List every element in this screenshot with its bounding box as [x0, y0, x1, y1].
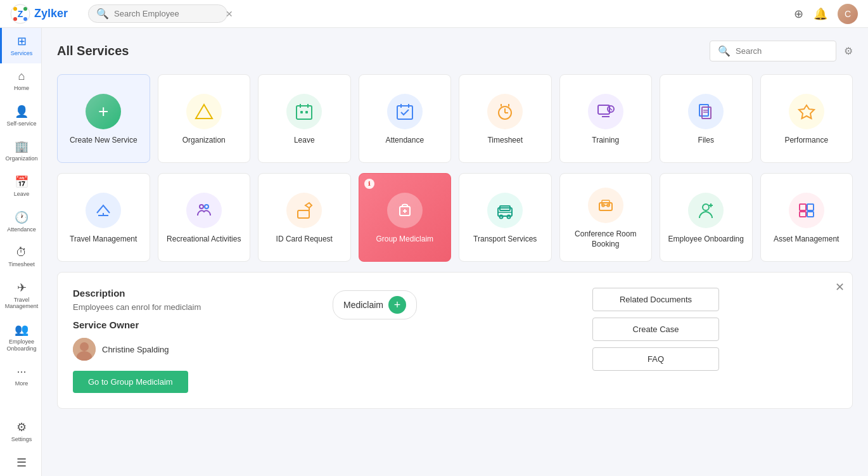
owner-section: Service Owner Christine Spalding: [73, 319, 317, 361]
sidebar-item-home[interactable]: ⌂ Home: [0, 63, 41, 98]
service-card-employee-onboarding[interactable]: Employee Onboarding: [660, 173, 753, 262]
sidebar-item-organization[interactable]: 🏢 Organization: [0, 133, 41, 169]
detail-column-2: Mediclaim +: [333, 288, 577, 393]
attendance-card-icon: [387, 94, 423, 129]
mediclaim-tag-text: Mediclaim: [343, 300, 383, 310]
sidebar-label-services: Services: [11, 50, 33, 57]
close-detail-button[interactable]: ✕: [835, 280, 845, 294]
sidebar-item-attendance[interactable]: 🕐 Attendance: [0, 204, 41, 240]
create-case-button[interactable]: Create Case: [592, 318, 719, 341]
asset-management-label: Asset Management: [774, 235, 839, 245]
home-icon: ⌂: [18, 70, 25, 83]
sidebar-item-employee-onboarding[interactable]: 👥 Employee Onboarding: [0, 316, 41, 359]
go-to-group-mediclaim-button[interactable]: Go to Group Mediclaim: [73, 371, 188, 393]
svg-rect-52: [807, 212, 814, 217]
sidebar-item-leave[interactable]: 📅 Leave: [0, 169, 41, 204]
svg-point-46: [703, 204, 709, 210]
owner-name: Christine Spalding: [102, 345, 169, 354]
sidebar-label-organization: Organization: [5, 155, 37, 162]
service-card-create-new[interactable]: + Create New Service: [57, 74, 150, 163]
self-service-icon: 👤: [15, 105, 29, 119]
sidebar-label-travel: Travel Management: [4, 297, 39, 311]
svg-point-4: [13, 17, 17, 21]
sidebar-label-timesheet: Timesheet: [8, 261, 35, 268]
service-card-attendance[interactable]: Attendance: [359, 74, 452, 163]
sidebar-label-attendance: Attendance: [7, 226, 36, 233]
more-icon: ···: [16, 365, 26, 378]
service-card-id-card[interactable]: ID Card Request: [258, 173, 351, 262]
service-card-leave[interactable]: Leave: [258, 74, 351, 163]
timesheet-card-icon: [487, 94, 523, 129]
svg-marker-6: [196, 105, 212, 119]
settings-gear-icon[interactable]: ⚙: [844, 45, 853, 57]
recreational-label: Recreational Activities: [167, 235, 241, 245]
sidebar-item-settings[interactable]: ⚙ Settings: [7, 414, 35, 449]
create-new-icon: +: [86, 94, 121, 129]
asset-management-card-icon: [789, 193, 824, 228]
service-card-performance[interactable]: Performance: [760, 74, 853, 163]
files-label: Files: [698, 136, 714, 146]
service-card-organization[interactable]: Organization: [158, 74, 251, 163]
sidebar-item-menu[interactable]: ☰: [7, 449, 35, 476]
service-card-travel-management[interactable]: Travel Management: [57, 173, 150, 262]
service-card-timesheet[interactable]: Timesheet: [459, 74, 552, 163]
sidebar-label-leave: Leave: [14, 191, 30, 198]
service-card-recreational[interactable]: Recreational Activities: [158, 173, 251, 262]
sidebar-item-services[interactable]: ⊞ Services: [0, 28, 41, 63]
clear-search-icon[interactable]: ✕: [226, 9, 233, 19]
faq-button[interactable]: FAQ: [592, 347, 719, 371]
notification-icon[interactable]: 🔔: [814, 7, 827, 21]
info-dot: ℹ: [364, 179, 374, 189]
id-card-label: ID Card Request: [276, 235, 333, 245]
files-card-icon: [688, 94, 724, 129]
sidebar-item-timesheet[interactable]: ⏱ Timesheet: [0, 240, 41, 274]
main-content: All Services 🔍 ⚙ + Create New Service: [42, 28, 868, 476]
service-card-asset-management[interactable]: Asset Management: [760, 173, 853, 262]
svg-rect-51: [800, 212, 806, 217]
svg-point-30: [200, 205, 203, 209]
service-card-files[interactable]: Files: [660, 74, 753, 163]
employee-search-bar[interactable]: 🔍 ✕: [88, 4, 227, 23]
service-owner-row: Christine Spalding: [73, 338, 317, 361]
group-mediclaim-label: Group Mediclaim: [376, 235, 433, 245]
header-search-bar[interactable]: 🔍: [710, 41, 836, 61]
header-search-input[interactable]: [736, 46, 842, 56]
sidebar-item-self-service[interactable]: 👤 Self-service: [0, 98, 41, 134]
svg-point-2: [13, 7, 17, 11]
leave-card-icon: [286, 94, 322, 129]
header-right: 🔍 ⚙: [710, 41, 853, 61]
user-avatar[interactable]: C: [838, 4, 858, 24]
svg-rect-7: [297, 106, 312, 119]
service-card-training[interactable]: Training: [559, 74, 653, 163]
related-documents-button[interactable]: Related Documents: [592, 288, 719, 311]
training-card-icon: [588, 94, 623, 129]
service-card-conference[interactable]: Conference Room Booking: [559, 173, 653, 262]
attendance-icon: 🕐: [15, 210, 29, 224]
sidebar-item-more[interactable]: ··· More: [0, 359, 41, 394]
add-mediclaim-button[interactable]: +: [388, 296, 406, 314]
service-card-group-mediclaim[interactable]: ℹ Group Mediclaim: [359, 173, 452, 262]
training-label: Training: [592, 136, 619, 146]
add-icon[interactable]: ⊕: [794, 7, 803, 21]
svg-text:Z: Z: [18, 9, 23, 19]
organization-card-icon: [186, 94, 222, 129]
description-text: Employees can enrol for mediclaim: [73, 302, 317, 312]
transport-card-icon: [487, 193, 523, 228]
services-icon: ⊞: [17, 34, 27, 48]
svg-rect-33: [298, 210, 309, 218]
svg-point-5: [23, 17, 27, 21]
group-mediclaim-card-icon: [387, 193, 423, 228]
employee-search-input[interactable]: [114, 9, 220, 18]
owner-title: Service Owner: [73, 319, 317, 330]
id-card-icon: [286, 193, 322, 228]
detail-panel: ✕ Description Employees can enrol for me…: [57, 272, 853, 409]
sidebar-label-settings: Settings: [11, 436, 32, 443]
sidebar: ⊞ Services ⌂ Home 👤 Self-service 🏢 Organ…: [0, 0, 42, 476]
organization-icon: 🏢: [15, 139, 29, 153]
svg-rect-25: [702, 107, 711, 119]
service-card-transport[interactable]: Transport Services: [459, 173, 552, 262]
description-title: Description: [73, 288, 317, 299]
sidebar-item-travel[interactable]: ✈ Travel Management: [0, 274, 41, 317]
svg-rect-42: [599, 203, 612, 210]
conference-label: Conference Room Booking: [568, 229, 644, 249]
